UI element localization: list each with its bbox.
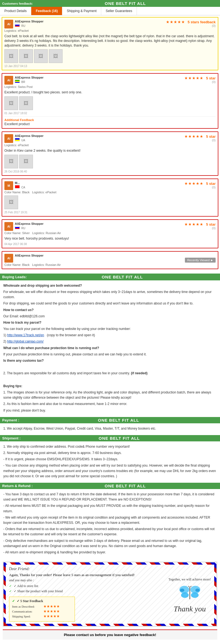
bl-p3: For drop shipping, we could send the goo… (3, 301, 217, 306)
payment-brand: ONE BELT FIT ALL (19, 418, 218, 422)
like-count-2: (0) (184, 80, 216, 84)
review-date-2: 01 Jan 2017 18:02 (4, 112, 216, 115)
review-card-2: AI AliExpress Shopper BR ★★★★★ 5 star (0… (2, 73, 218, 129)
reviewer-name-1: AliExpress Shopper (15, 20, 44, 23)
stars-5: ★★★★★ (184, 222, 204, 226)
review-card-5: AI AliExpress Shopper RU ★★★★★ 5 star (0… (2, 219, 218, 248)
thankyou-card: Dear Friend: Again, Thanks for your orde… (3, 562, 217, 627)
tab-product-details[interactable]: Product Details (0, 7, 31, 15)
logistics-3: Logistics: ePacket (4, 143, 216, 147)
svg-point-4 (180, 589, 184, 592)
reviewer-name-6: AliExpress Shopper (15, 254, 44, 257)
like-count-3: (0) (184, 139, 216, 142)
review-card-6: AI AliExpress Shopper Color Name: Black … (2, 251, 218, 269)
review-text-3: Order in Kiev came 2 weeks. the quality … (4, 148, 216, 153)
reviewer-name-3: AliExpress Shopper (15, 134, 44, 137)
recently-viewed-label: Recently Viewed (187, 258, 210, 262)
track-link-17track[interactable]: http://www.17track.net/en (7, 333, 44, 337)
payment-text: 1. We accept Alipay, Escrow, West Union,… (3, 426, 217, 431)
reviewer-country-2: BR (15, 80, 44, 84)
review-image-thumb[interactable]: 🖼 (4, 155, 18, 168)
svg-point-5 (195, 589, 200, 592)
rr-p4: - Orders that are returned to us due to … (3, 527, 217, 537)
flag-ru-5 (15, 226, 20, 229)
bl-tip2: 2. As this is fashion item and also due … (3, 401, 217, 407)
tab-seller-guarantees[interactable]: Seller Guarantees (101, 7, 137, 15)
review-images-1: 🖼 🖼 🖼 🖼 (4, 49, 216, 63)
star-label-3: 5 star (206, 134, 216, 139)
review-image-thumb[interactable]: 🖼 (4, 96, 18, 110)
additional-feedback-2: Additional Feedback Excellent product (4, 116, 216, 126)
review-text-5: Very nice belt. horoshy prodovets. sovet… (4, 236, 216, 241)
bl-spacer2 (3, 377, 217, 383)
logistics-2: Logistics: Swiss Post (4, 85, 216, 88)
logistics-6: Color Name: Black Logistics: Russian Air (4, 263, 61, 266)
tab-shipping-payment[interactable]: Shipping & Payment (62, 7, 101, 15)
rr-p3: - We will refund you only upon receipt o… (3, 515, 217, 525)
track-link-cainiao[interactable]: http://global.cainiao.com/ (7, 340, 44, 343)
buying-leads-title: Buying Leads: (2, 275, 27, 279)
bl-track-link2[interactable]: 2) http://global.cainiao.com/ (3, 339, 217, 344)
review-date-1: 13 Jan 2017 04:13 (4, 65, 216, 68)
shipment-header: Shipment : ONE BELT FIT ALL (0, 435, 220, 441)
flag-ca-4 (15, 185, 20, 188)
payment-content: 1. We accept Alipay, Escrow, West Union,… (0, 423, 220, 435)
review-text-2: Excellent product. I bought two pieces. … (4, 90, 216, 95)
thankyou-text: Thank you (168, 605, 211, 613)
stars-2: ★★★★★ (184, 76, 204, 80)
logistics-5: Color Name: Silver Logistics: Russian Ai… (4, 231, 216, 235)
ty-feedback-box: ✓ ✓ 5 Star Feedback Item as Described: ★… (9, 597, 75, 622)
bl-tips-title: Buying tips: (3, 384, 217, 389)
ty-communication-label: Communication: (12, 610, 42, 613)
rr-p5: - Only defective merchandises are subjec… (3, 538, 217, 549)
shipment-content: 1. We only ship to confirmed order addre… (0, 441, 220, 483)
review-image-thumb[interactable]: 🖼 (4, 196, 18, 209)
logistics-1: Logistics: ePacket (4, 29, 216, 32)
ty-shipping-stars: ★★★★★ (43, 614, 60, 619)
bottom-notice: Please contact us before you leave negat… (3, 629, 217, 640)
logistics-4: Color Name: Black Logistics: ePacket (4, 191, 216, 194)
review-image-thumb[interactable]: 🖼 (34, 49, 48, 63)
star-label-2: 5 star (206, 76, 216, 80)
review-card-1: AI AliExpress Shopper RU ★★★★★ 5 stars f… (2, 17, 218, 70)
bl-spacer (3, 364, 217, 370)
like-count-5: (0) (184, 226, 216, 230)
reviewer-country-4: CA (15, 185, 25, 189)
review-text-1: Cool belt. to look at all well. the clas… (4, 34, 216, 48)
bl-email: Our Email: edbltd@126.com (3, 314, 217, 319)
recently-viewed-button[interactable]: Recently Viewed ► (185, 258, 216, 263)
star-label-4: 5 star (206, 182, 216, 186)
review-image-thumb[interactable]: 🖼 (19, 155, 33, 168)
ty-described-stars: ★★★★★ (43, 604, 60, 609)
reviewer-avatar-2: AI (4, 76, 13, 85)
shipment-p4: - You can choose any shipping method whe… (3, 463, 217, 479)
brand-name-header: ONE BELT FIT ALL (33, 1, 218, 6)
bl-how-contact: How to contact us? (3, 307, 217, 313)
return-refund-brand: ONE BELT FIT ALL (33, 484, 218, 488)
flag-ru-1 (15, 24, 20, 27)
stars-3: ★★★★★ (184, 134, 204, 139)
ty-communication-stars: ★★★★★ (43, 609, 60, 614)
bl-track-intro: You can track your parcel on the followi… (3, 326, 217, 332)
reviewer-country-5: RU (15, 226, 44, 230)
header-bar: Customers feedback: ONE BELT FIT ALL (0, 0, 220, 7)
additional-feedback-title: Additional Feedback (4, 118, 216, 122)
review-image-thumb[interactable]: 🖼 (49, 49, 63, 63)
bl-track-link1[interactable]: 1) http://www.17track.net/en (copy to th… (3, 333, 217, 338)
tab-feedback[interactable]: Feedback (16) (31, 7, 62, 15)
review-image-thumb[interactable]: 🖼 (4, 49, 18, 63)
bl-p2: For wholesale, we will offer discount or… (3, 289, 217, 300)
svg-point-2 (181, 593, 189, 598)
reviewer-avatar-4: M (4, 181, 13, 190)
bl-customs-q: Is there any customs tax? (3, 358, 217, 363)
review-images-3: 🖼 🖼 (4, 155, 216, 168)
payment-title: Payment : (2, 418, 19, 422)
review-image-thumb[interactable]: 🖼 (19, 49, 33, 63)
checkmark-icon-2: ✓ (9, 589, 12, 593)
checkmark-icon-1: ✓ (9, 584, 12, 588)
review-image-thumb[interactable]: 🖼 (19, 96, 33, 110)
rr-p6: - All return and re-shipment shipping & … (3, 550, 217, 555)
reviewer-avatar-1: AI (4, 20, 13, 28)
like-count-4: (0) (184, 186, 216, 189)
review-card-4: M M... CA ★★★★★ 5 star (0) Color Name: B… (2, 179, 218, 217)
